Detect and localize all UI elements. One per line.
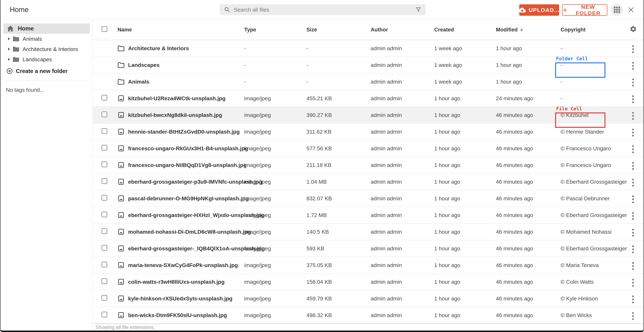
size-cell: 211.18 KB xyxy=(306,162,371,168)
search-input[interactable] xyxy=(234,4,415,15)
row-checkbox[interactable] xyxy=(102,212,107,217)
kebab-menu-icon[interactable] xyxy=(630,210,636,222)
row-checkbox[interactable] xyxy=(102,195,107,201)
file-name[interactable]: kyle-hinkson-rXSUedxSyIs-unsplash.jpg xyxy=(128,295,232,302)
row-checkbox[interactable] xyxy=(102,178,107,184)
author-cell: admin admin xyxy=(371,245,434,252)
table-row[interactable]: colin-watts-r3wH8lliUxs-unsplash.jpg ima… xyxy=(93,274,644,290)
file-name[interactable]: pascal-debrunner-O-MG9HpNKgI-unsplash.jp… xyxy=(128,195,249,202)
kebab-menu-icon[interactable] xyxy=(630,127,636,138)
sidebar-item-home[interactable]: Home xyxy=(3,24,90,34)
select-all-checkbox[interactable] xyxy=(102,26,107,32)
table-row[interactable]: kitzbuhel-bwcxNg8dkiI-unsplash.jpg image… xyxy=(93,107,644,123)
copyright-text: © Hennie Stander xyxy=(560,129,604,135)
kebab-menu-icon[interactable] xyxy=(630,294,636,305)
file-name[interactable]: Landscapes xyxy=(128,62,160,68)
column-header-modified[interactable]: Modified xyxy=(496,27,560,33)
file-name[interactable]: ben-wicks-Dtm9FK50sIU-unsplash.jpg xyxy=(128,312,227,318)
column-header-type[interactable]: Type xyxy=(244,27,306,33)
table-row[interactable]: kitzbuhel-U2Reza4WCtk-unsplash.jpg image… xyxy=(93,90,644,107)
copyright-cell: © Francesco Ungaro xyxy=(560,145,626,151)
upload-button[interactable]: UPLOAD... xyxy=(519,4,559,16)
table-row[interactable]: maria-teneva-SXwCyG4FoPk-unsplash.jpg im… xyxy=(93,257,644,274)
table-row[interactable]: francesco-ungaro-NilBQqD1Vg8-unsplash.jp… xyxy=(93,157,644,174)
file-name[interactable]: hennie-stander-BtHtZsGvdD0-unsplash.jpg xyxy=(128,129,240,135)
copyright-text: - xyxy=(560,95,562,101)
row-checkbox[interactable] xyxy=(102,128,107,134)
file-table: Name Type Size Author Created Modified C… xyxy=(93,20,644,330)
kebab-menu-icon[interactable] xyxy=(630,194,636,205)
image-file-icon xyxy=(118,162,124,169)
kebab-menu-icon[interactable] xyxy=(630,77,636,88)
row-checkbox[interactable] xyxy=(102,312,107,317)
plus-circle-icon xyxy=(6,68,13,74)
grid-view-button[interactable] xyxy=(611,4,623,16)
file-name[interactable]: colin-watts-r3wH8lliUxs-unsplash.jpg xyxy=(128,279,225,285)
sidebar-item-animals[interactable]: Animals xyxy=(0,34,92,44)
table-row[interactable]: Architecture & Interiors - - admin admin… xyxy=(93,40,644,57)
table-row[interactable]: Animals - - admin admin 1 week ago 1 hou… xyxy=(93,73,644,90)
filter-icon[interactable] xyxy=(415,7,422,13)
row-checkbox[interactable] xyxy=(102,228,107,234)
kebab-menu-icon[interactable] xyxy=(630,277,636,288)
search-icon xyxy=(224,7,230,13)
new-folder-button[interactable]: NEW FOLDER xyxy=(562,4,607,16)
table-row[interactable]: francesco-ungaro-RkGUx3H1-B4-unsplash.jp… xyxy=(93,140,644,157)
kebab-menu-icon[interactable] xyxy=(630,310,636,321)
table-row[interactable]: hennie-stander-BtHtZsGvdD0-unsplash.jpg … xyxy=(93,123,644,140)
row-checkbox[interactable] xyxy=(102,161,107,167)
row-checkbox[interactable] xyxy=(102,95,107,101)
type-cell: image/jpeg xyxy=(244,195,306,202)
kebab-menu-icon[interactable] xyxy=(630,260,636,272)
kebab-menu-icon[interactable] xyxy=(630,44,636,55)
file-name[interactable]: maria-teneva-SXwCyG4FoPk-unsplash.jpg xyxy=(128,262,238,268)
file-name[interactable]: eberhard-grossgasteiger-p3u9-lMVNfc-unsp… xyxy=(128,179,262,185)
row-checkbox[interactable] xyxy=(102,262,107,267)
file-name[interactable]: kitzbuhel-bwcxNg8dkiI-unsplash.jpg xyxy=(128,112,222,118)
close-button[interactable] xyxy=(627,6,635,14)
file-name[interactable]: Animals xyxy=(128,79,149,85)
kebab-menu-icon[interactable] xyxy=(630,110,636,121)
file-name[interactable]: francesco-ungaro-RkGUx3H1-B4-unsplash.jp… xyxy=(128,145,248,151)
search-bar[interactable] xyxy=(220,4,426,15)
row-checkbox[interactable] xyxy=(102,278,107,284)
row-checkbox[interactable] xyxy=(102,111,107,117)
row-checkbox[interactable] xyxy=(102,295,107,301)
column-header-copyright[interactable]: Copyright xyxy=(560,27,626,33)
column-header-created[interactable]: Created xyxy=(434,27,496,33)
column-settings-gear-icon[interactable] xyxy=(630,25,637,33)
created-cell: 1 hour ago xyxy=(434,112,496,118)
created-cell: 1 week ago xyxy=(434,79,496,85)
table-row[interactable]: mohamed-nohassi-Di-DmLD6cW8-unsplash.jpg… xyxy=(93,224,644,240)
create-new-folder-button[interactable]: Create a new folder xyxy=(0,66,92,76)
table-row[interactable]: eberhard-grossgasteiger-p3u9-lMVNfc-unsp… xyxy=(93,174,644,190)
file-name[interactable]: francesco-ungaro-NilBQqD1Vg8-unsplash.jp… xyxy=(128,162,247,168)
kebab-menu-icon[interactable] xyxy=(630,160,636,172)
table-row[interactable]: pascal-debrunner-O-MG9HpNKgI-unsplash.jp… xyxy=(93,190,644,207)
sidebar-item-landscapes[interactable]: Landscapes xyxy=(0,54,92,65)
plus-icon xyxy=(562,7,568,13)
row-checkbox[interactable] xyxy=(102,245,107,251)
table-row[interactable]: eberhard-grossgasteiger-HXHzI_Wjxdo-unsp… xyxy=(93,207,644,224)
author-cell: admin admin xyxy=(371,279,434,285)
kebab-menu-icon[interactable] xyxy=(630,227,636,238)
file-name[interactable]: Architecture & Interiors xyxy=(128,45,189,52)
table-row[interactable]: Landscapes - - admin admin 1 week ago 1 … xyxy=(93,57,644,73)
image-file-icon xyxy=(118,178,124,185)
kebab-menu-icon[interactable] xyxy=(630,60,636,71)
row-checkbox[interactable] xyxy=(102,145,107,151)
size-cell: - xyxy=(306,45,371,52)
column-header-size[interactable]: Size xyxy=(306,27,371,33)
column-header-author[interactable]: Author xyxy=(371,27,434,33)
kebab-menu-icon[interactable] xyxy=(630,144,636,155)
kebab-menu-icon[interactable] xyxy=(630,177,636,188)
table-row[interactable]: eberhard-grossgasteiger-_lQB4QlX1oA-unsp… xyxy=(93,240,644,257)
table-row[interactable]: ben-wicks-Dtm9FK50sIU-unsplash.jpg image… xyxy=(93,307,644,324)
kebab-menu-icon[interactable] xyxy=(630,244,636,255)
column-header-name[interactable]: Name xyxy=(118,27,244,33)
kebab-menu-icon[interactable] xyxy=(630,94,636,105)
sidebar-item-architecture-interiors[interactable]: Architecture & Interiors xyxy=(0,44,92,54)
table-row[interactable]: kyle-hinkson-rXSUedxSyIs-unsplash.jpg im… xyxy=(93,290,644,307)
file-name[interactable]: kitzbuhel-U2Reza4WCtk-unsplash.jpg xyxy=(128,95,226,101)
file-name[interactable]: mohamed-nohassi-Di-DmLD6cW8-unsplash.jpg xyxy=(128,229,251,235)
